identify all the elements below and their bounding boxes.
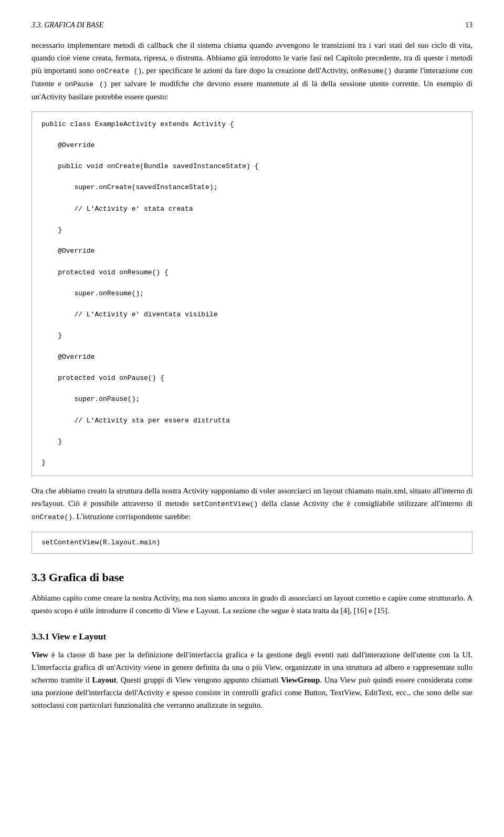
- header-page-number: 13: [465, 21, 472, 29]
- code-line-16: }: [41, 437, 463, 447]
- code-line-setcontentview: setContentView(R.layout.main): [41, 539, 160, 546]
- inline-code-onpause: onPause (): [65, 80, 108, 88]
- viewgroup-bold: ViewGroup: [281, 676, 320, 684]
- code-line-13: protected void onPause() {: [41, 373, 463, 384]
- code-line-10: // L'Activity e' diventata visibile: [41, 309, 463, 320]
- page-header: 3.3. GRAFICA DI BASE 13: [32, 21, 472, 29]
- code-line-11: }: [41, 330, 463, 341]
- code-line-9: super.onResume();: [41, 288, 463, 299]
- inline-code-oncreate: onCreate (): [97, 67, 142, 75]
- section-3-3-heading: 3.3 Grafica di base: [32, 571, 472, 584]
- code-line-3: public void onCreate(Bundle savedInstanc…: [41, 161, 463, 172]
- code-line-6: }: [41, 225, 463, 235]
- inline-code-onresume: onResume(): [351, 67, 392, 75]
- section-3-3-1-heading: 3.3.1 View e Layout: [32, 632, 472, 642]
- view-bold: View: [32, 650, 48, 659]
- code-block-setcontentview: setContentView(R.layout.main): [32, 532, 472, 554]
- ora-che-paragraph: Ora che abbiamo creato la struttura dell…: [32, 484, 472, 523]
- code-line-15: // L'Activity sta per essere distrutta: [41, 416, 463, 426]
- code-line-4: super.onCreate(savedInstanceState);: [41, 182, 463, 193]
- protected-keyword-1: protected: [58, 268, 94, 276]
- code-line-14: super.onPause();: [41, 394, 463, 405]
- code-block-example-activity: public class ExampleActivity extends Act…: [32, 111, 472, 477]
- inline-code-oncreate2: onCreate(): [32, 513, 72, 521]
- code-line-8: protected void onResume() {: [41, 267, 463, 278]
- view-layout-paragraph: View è la classe di base per la definizi…: [32, 648, 472, 711]
- section-3-3-body: Abbiamo capito come creare la nostra Act…: [32, 592, 472, 617]
- code-line-17: }: [41, 458, 463, 468]
- code-line-1: public class ExampleActivity extends Act…: [41, 119, 463, 130]
- layout-bold: Layout: [92, 676, 117, 684]
- header-section: 3.3. GRAFICA DI BASE: [32, 21, 103, 29]
- intro-paragraph: necessario implementare metodi di callba…: [32, 39, 472, 103]
- code-line-2: @Override: [41, 140, 463, 151]
- inline-code-setcontentview: setContentView(): [193, 500, 258, 508]
- protected-keyword-2: protected: [58, 374, 94, 382]
- code-line-12: @Override: [41, 352, 463, 363]
- code-line-5: // L'Activity e' stata creata: [41, 204, 463, 214]
- code-line-7: @Override: [41, 246, 463, 256]
